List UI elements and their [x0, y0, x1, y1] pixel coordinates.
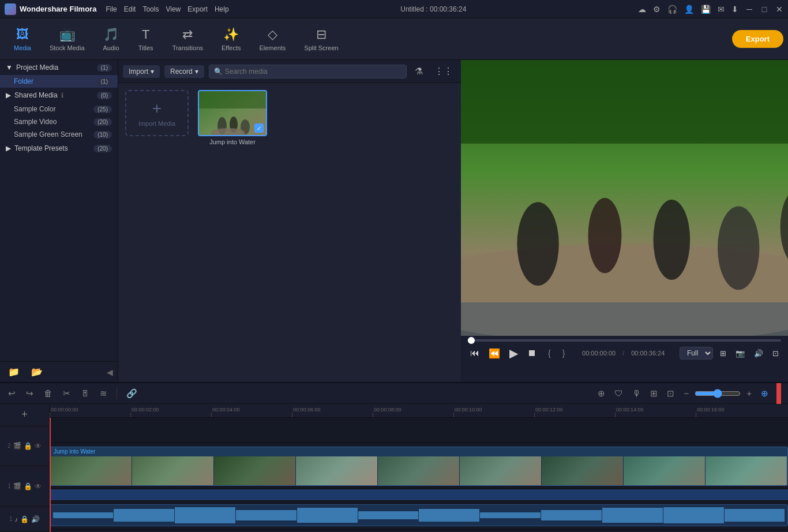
track-v1-lock[interactable]: 🔒: [24, 482, 32, 490]
track-a1-lock[interactable]: 🔒: [20, 515, 29, 523]
add-track-icon[interactable]: +: [18, 407, 31, 422]
playhead-indicator: [776, 383, 781, 404]
split-track-button[interactable]: ⊡: [663, 387, 678, 400]
minimize-button[interactable]: ─: [745, 5, 753, 13]
sample-video-count: (20): [93, 118, 112, 126]
titlebar-right: ☁ ⚙ 🎧 👤 💾 ✉ ⬇ ─ □ ✕: [638, 5, 783, 14]
audio-clip[interactable]: [50, 504, 788, 526]
template-presets-header[interactable]: ▶ Template Presets (20): [0, 141, 118, 156]
preview-video: [461, 60, 788, 336]
export-button[interactable]: Export: [732, 30, 783, 48]
ruler-marks: 00:00:00:00 00:00:02:00 00:00:04:00 00:0…: [50, 404, 788, 417]
toolbar-titles[interactable]: T Titles: [129, 25, 163, 54]
ripple-button[interactable]: ≋: [96, 387, 111, 400]
fit-screen-button[interactable]: ⊞: [718, 348, 729, 359]
zoom-slider[interactable]: [695, 389, 741, 398]
film-frame-9: [706, 456, 787, 486]
step-back-button[interactable]: ⏮: [468, 347, 482, 359]
layout-button[interactable]: ⊞: [647, 387, 661, 400]
toolbar-stock-media[interactable]: 📺 Stock Media: [40, 25, 94, 54]
cut-button[interactable]: ✂: [59, 387, 74, 400]
save-icon[interactable]: 💾: [701, 5, 711, 14]
transitions-icon: ⇄: [182, 27, 193, 42]
menu-edit[interactable]: Edit: [124, 5, 136, 13]
stop-button[interactable]: ⏹: [525, 347, 539, 359]
menu-view[interactable]: View: [166, 5, 181, 13]
snap-button[interactable]: ⊕: [594, 387, 609, 400]
svg-point-11: [653, 200, 690, 280]
panel-item-sample-green-screen[interactable]: Sample Green Screen (10): [0, 128, 118, 141]
stock-media-label: Stock Media: [50, 44, 85, 51]
audio-adjust-button[interactable]: 🎚: [77, 387, 93, 399]
view-options-button[interactable]: ⋮⋮: [431, 65, 456, 78]
film-frame-8: [624, 456, 706, 486]
panel-item-sample-video[interactable]: Sample Video (20): [0, 115, 118, 128]
audio-icon: 🎵: [103, 27, 119, 42]
zoom-select[interactable]: Full: [680, 347, 713, 359]
toolbar-split-screen[interactable]: ⊟ Split Screen: [295, 25, 347, 54]
menu-export[interactable]: Export: [187, 5, 208, 13]
toolbar-effects[interactable]: ✨ Effects: [212, 25, 250, 54]
expand-icon: ▶: [6, 91, 11, 99]
close-button[interactable]: ✕: [775, 5, 783, 13]
new-folder-button[interactable]: 📁: [5, 365, 23, 379]
menu-help[interactable]: Help: [215, 5, 229, 13]
track-v2-eye[interactable]: 👁: [35, 442, 42, 450]
link-button[interactable]: 🔗: [123, 387, 141, 400]
add-track-button[interactable]: ⊕: [757, 387, 772, 400]
profile-icon[interactable]: 👤: [684, 5, 694, 14]
panel-item-folder[interactable]: Folder (1): [0, 75, 118, 88]
track-a1-volume[interactable]: 🔊: [31, 515, 40, 523]
settings-icon[interactable]: ⚙: [653, 5, 661, 14]
menu-tools[interactable]: Tools: [142, 5, 159, 13]
more-options-button[interactable]: ⊡: [770, 348, 781, 359]
project-media-header[interactable]: ▼ Project Media (1): [0, 60, 118, 75]
track-v2-lock[interactable]: 🔒: [24, 442, 32, 450]
track-row-a1: [50, 501, 788, 530]
panel-collapse-button[interactable]: ◀: [107, 368, 113, 377]
playback-thumb[interactable]: [468, 337, 475, 344]
track-headers: + 2 🎬 🔒 👁 1 🎬 🔒 👁: [0, 404, 50, 532]
download-icon[interactable]: ⬇: [731, 5, 738, 14]
cloud-icon[interactable]: ☁: [638, 5, 646, 14]
playback-bar[interactable]: [468, 339, 781, 342]
toolbar-transitions[interactable]: ⇄ Transitions: [163, 25, 212, 54]
menu-file[interactable]: File: [106, 5, 117, 13]
split-screen-icon: ⊟: [316, 27, 327, 42]
plus-zoom-button[interactable]: +: [743, 387, 755, 399]
track-a1-icon: ♪: [15, 516, 18, 523]
toolbar-audio[interactable]: 🎵 Audio: [94, 25, 129, 54]
record-label: Record: [170, 68, 193, 76]
open-folder-button[interactable]: 📂: [28, 365, 46, 379]
volume-button[interactable]: 🔊: [752, 348, 766, 359]
headphone-icon[interactable]: 🎧: [667, 5, 677, 14]
shared-media-header[interactable]: ▶ Shared Media ℹ (0): [0, 88, 118, 103]
filter-icon-button[interactable]: ⚗: [411, 65, 426, 78]
minus-zoom-button[interactable]: −: [680, 387, 692, 399]
ruler-mark-7: 00:00:14:00: [615, 407, 696, 417]
video-clip-jump-into-water[interactable]: Jump into Water: [50, 447, 788, 486]
main-toolbar: 🖼 Media 📺 Stock Media 🎵 Audio T Titles ⇄…: [0, 18, 788, 60]
import-button[interactable]: Import ▾: [123, 65, 160, 78]
panel-item-sample-color[interactable]: Sample Color (25): [0, 103, 118, 115]
shield-button[interactable]: 🛡: [611, 387, 626, 399]
track-v1-eye[interactable]: 👁: [35, 482, 42, 490]
delete-button[interactable]: 🗑: [40, 387, 56, 399]
redo-button[interactable]: ↪: [22, 387, 37, 400]
maximize-button[interactable]: □: [760, 5, 768, 13]
undo-button[interactable]: ↩: [5, 387, 19, 400]
import-media-placeholder[interactable]: + Import Media: [125, 90, 189, 136]
toolbar-media[interactable]: 🖼 Media: [5, 25, 40, 54]
record-button[interactable]: Record ▾: [164, 65, 204, 78]
shared-media-count: (0): [97, 92, 112, 99]
toolbar-elements[interactable]: ◇ Elements: [250, 25, 295, 54]
media-thumb-jump-into-water[interactable]: ✓ Jump into Water: [198, 90, 267, 145]
screenshot-button[interactable]: 📷: [733, 348, 747, 359]
template-presets-label: Template Presets: [14, 144, 68, 152]
play-button[interactable]: ▶: [507, 345, 520, 361]
rewind-button[interactable]: ⏪: [486, 347, 502, 360]
mic-button[interactable]: 🎙: [629, 387, 644, 399]
message-icon[interactable]: ✉: [718, 5, 725, 14]
search-input[interactable]: [225, 68, 401, 76]
audio-waveform: [50, 505, 787, 526]
